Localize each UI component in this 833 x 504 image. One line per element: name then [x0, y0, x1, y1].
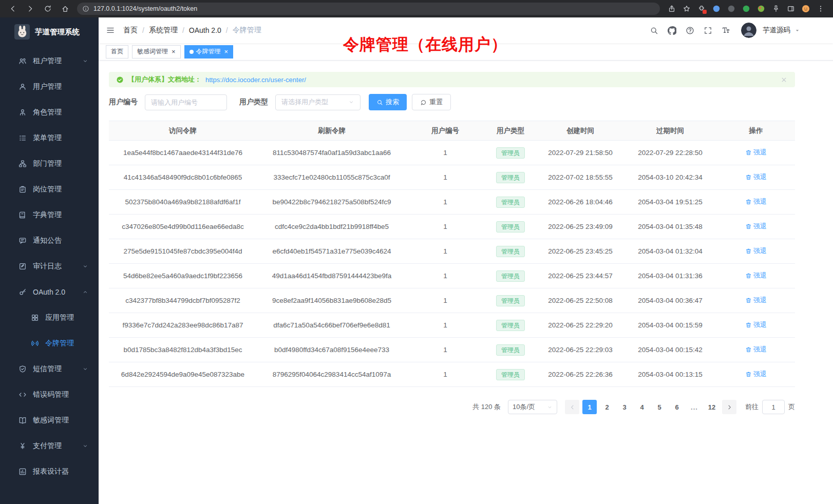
ext-leaf-icon[interactable] — [754, 3, 767, 15]
reset-button[interactable]: 重置 — [412, 94, 451, 110]
oauth-icon — [18, 288, 27, 296]
ext-blue-icon[interactable] — [710, 3, 723, 15]
active-tab-dot — [190, 50, 194, 54]
github-icon[interactable] — [665, 24, 679, 37]
force-logout-button[interactable]: 强退 — [745, 296, 767, 305]
sidebar-item-sensitive-word[interactable]: 敏感词管理 — [0, 408, 99, 433]
app-logo[interactable]: 芋道管理系统 — [0, 17, 99, 46]
breadcrumb-item[interactable]: 首页 — [123, 26, 138, 35]
caret-down-icon[interactable] — [794, 28, 800, 33]
page-4-button[interactable]: 4 — [635, 400, 649, 414]
force-logout-button[interactable]: 强退 — [745, 172, 767, 182]
action-cell: 强退 — [717, 362, 795, 387]
profile-avatar[interactable] — [799, 3, 812, 15]
notice-icon — [18, 237, 27, 245]
goto-page-input[interactable] — [762, 400, 785, 414]
refresh-token-cell: e6cfd40eb1f54571a31e775e039c4624 — [257, 239, 407, 264]
more-pages-button[interactable]: ... — [687, 400, 702, 414]
tab-close-icon[interactable]: × — [224, 48, 229, 55]
sidebar-item-dept[interactable]: 部门管理 — [0, 151, 99, 177]
question-icon[interactable] — [683, 24, 697, 37]
user-type-select[interactable]: 请选择用户类型 — [275, 94, 361, 110]
pin-icon[interactable] — [769, 3, 782, 15]
user-type-badge: 管理员 — [496, 344, 525, 356]
user-id-input[interactable] — [151, 99, 221, 106]
font-size-icon[interactable] — [719, 24, 733, 37]
force-logout-button[interactable]: 强退 — [745, 222, 767, 231]
force-logout-button[interactable]: 强退 — [745, 246, 767, 256]
hamburger-icon[interactable] — [106, 26, 115, 35]
breadcrumb-item[interactable]: 系统管理 — [149, 26, 178, 35]
user-avatar[interactable] — [741, 23, 756, 38]
sidebar-item-report[interactable]: 报表设计器 — [0, 459, 99, 484]
fullscreen-icon[interactable] — [701, 24, 715, 37]
tab-sensitive-word[interactable]: 敏感词管理× — [132, 45, 181, 59]
refresh-icon[interactable] — [41, 2, 54, 15]
address-bar[interactable]: 127.0.0.1:1024/system/oauth2/token — [77, 3, 660, 15]
sidebar-item-oauth2[interactable]: OAuth 2.0 — [0, 279, 99, 305]
post-icon — [18, 185, 27, 193]
force-logout-button[interactable]: 强退 — [745, 271, 767, 280]
sidebar-item-role[interactable]: 角色管理 — [0, 100, 99, 125]
force-logout-button[interactable]: 强退 — [745, 197, 767, 206]
user-type-badge: 管理员 — [496, 172, 525, 183]
force-logout-button[interactable]: 强退 — [745, 345, 767, 354]
sidebar-item-app[interactable]: 应用管理 — [0, 305, 99, 331]
sidebar-item-post[interactable]: 岗位管理 — [0, 177, 99, 202]
search-button[interactable]: 搜索 — [369, 94, 407, 110]
refresh-token-cell: dfa6c71a50a54c66bef706ef9e6e8d81 — [257, 313, 407, 338]
sidebar-item-notice[interactable]: 通知公告 — [0, 228, 99, 254]
breadcrumb-item[interactable]: OAuth 2.0 — [189, 26, 221, 34]
sidebar-item-user[interactable]: 用户管理 — [0, 74, 99, 100]
expire-time-cell: 2054-03-04 01:32:04 — [623, 239, 717, 264]
table-row: b0d1785bc3a8482f812db4a3f3bd15ecb0df4980… — [109, 338, 795, 362]
side-panel-icon[interactable] — [784, 3, 797, 15]
sidebar-item-menu[interactable]: 菜单管理 — [0, 125, 99, 151]
sidebar-item-pay[interactable]: 支付管理 — [0, 433, 99, 459]
tab-token[interactable]: 令牌管理× — [184, 45, 234, 59]
page-12-button[interactable]: 12 — [705, 400, 719, 414]
action-cell: 强退 — [717, 165, 795, 190]
user-id-cell: 1 — [407, 190, 484, 215]
tab-home[interactable]: 首页 — [106, 45, 128, 59]
kebab-menu-icon[interactable] — [814, 3, 827, 15]
alert-close-icon[interactable] — [780, 76, 788, 84]
access-token-cell: 1ea5e44f8bc1467aaede43144f31de76 — [109, 141, 257, 165]
tab-close-icon[interactable]: × — [172, 48, 176, 55]
ext-dark-icon[interactable] — [725, 3, 737, 15]
access-token-cell: 41c41346a548490f9dc8b01c6bfe0865 — [109, 165, 257, 190]
action-cell: 强退 — [717, 215, 795, 239]
back-icon[interactable] — [6, 2, 20, 15]
page-6-button[interactable]: 6 — [670, 400, 684, 414]
sidebar-item-dict[interactable]: 字典管理 — [0, 202, 99, 228]
sidebar-item-token[interactable]: 令牌管理 — [0, 331, 99, 356]
forward-icon[interactable] — [24, 2, 37, 15]
share-icon[interactable] — [665, 3, 678, 15]
sidebar-item-tenant[interactable]: 租户管理 — [0, 48, 99, 74]
next-page-button[interactable] — [722, 400, 736, 414]
home-icon[interactable] — [59, 2, 72, 15]
extensions-icon[interactable] — [695, 3, 708, 15]
sidebar-item-error-code[interactable]: 错误码管理 — [0, 382, 99, 408]
page-3-button[interactable]: 3 — [617, 400, 632, 414]
search-icon[interactable] — [647, 24, 661, 37]
ext-green-icon[interactable] — [740, 3, 752, 15]
page-size-select[interactable]: 10条/页 — [508, 400, 557, 414]
navbar-icon-group — [647, 24, 733, 37]
sidebar-item-sms[interactable]: 短信管理 — [0, 356, 99, 382]
bookmark-star-icon[interactable] — [680, 3, 693, 15]
expire-time-cell: 2054-03-04 01:31:36 — [623, 264, 717, 288]
page-1-button[interactable]: 1 — [582, 400, 597, 414]
page-2-button[interactable]: 2 — [600, 400, 614, 414]
sidebar-item-label: 支付管理 — [33, 441, 62, 451]
force-logout-button[interactable]: 强退 — [745, 320, 767, 329]
sidebar-item-label: 错误码管理 — [33, 390, 69, 399]
page-5-button[interactable]: 5 — [652, 400, 667, 414]
sidebar-item-audit-log[interactable]: 审计日志 — [0, 254, 99, 279]
alert-doc-link[interactable]: https://doc.iocoder.cn/user-center/ — [205, 76, 306, 84]
access-token-cell: f9336e7c7dd242a283ee98dc86b17a87 — [109, 313, 257, 338]
force-logout-button[interactable]: 强退 — [745, 370, 767, 379]
prev-page-button[interactable] — [565, 400, 579, 414]
site-info-icon[interactable] — [82, 5, 89, 12]
force-logout-button[interactable]: 强退 — [745, 148, 767, 157]
